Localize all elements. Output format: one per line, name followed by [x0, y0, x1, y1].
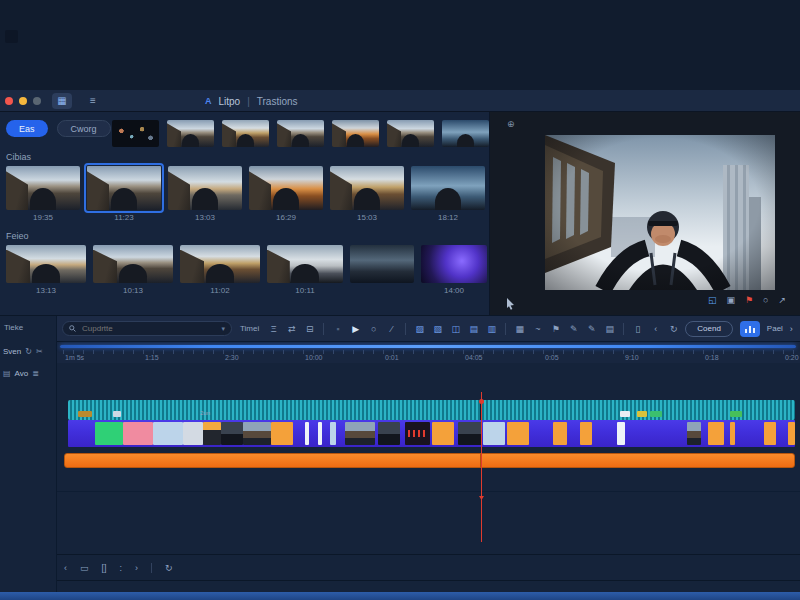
levels-icon[interactable]: ≣ — [32, 369, 39, 378]
media-thumbnail[interactable] — [168, 166, 242, 210]
media-thumbnail[interactable] — [332, 120, 379, 147]
refresh-icon[interactable]: ↻ — [165, 563, 173, 573]
share-icon[interactable]: ↗ — [778, 295, 786, 305]
clip-segment[interactable] — [580, 422, 592, 445]
clip-segment[interactable] — [617, 422, 625, 445]
media-thumbnail[interactable] — [93, 245, 173, 283]
media-item[interactable]: 19:35 — [6, 166, 80, 222]
split-view-icon[interactable]: ▨ — [413, 324, 426, 334]
pen-icon[interactable]: ✎ — [567, 324, 580, 334]
badge-icon[interactable]: ▤ — [603, 324, 616, 334]
wave-icon[interactable]: ~ — [531, 324, 544, 334]
clip-segment[interactable] — [458, 422, 482, 445]
media-item[interactable]: 15:03 — [330, 166, 404, 222]
frame-icon[interactable]: ▭ — [80, 563, 89, 573]
maximize-window-icon[interactable] — [33, 97, 41, 105]
chevron-right-icon[interactable]: › — [790, 324, 793, 334]
clip-segment[interactable] — [318, 422, 322, 445]
close-window-icon[interactable] — [5, 97, 13, 105]
list-tool-icon[interactable]: Ξ — [267, 324, 280, 334]
clip-segment[interactable] — [553, 422, 567, 445]
media-thumbnail[interactable] — [267, 245, 343, 283]
media-item[interactable]: 11:23 — [87, 166, 161, 222]
marker-pen-icon[interactable]: ✎ — [585, 324, 598, 334]
media-panel-icon[interactable]: ▦ — [52, 93, 72, 109]
clip-segment[interactable] — [432, 422, 454, 445]
search-input[interactable] — [80, 323, 217, 334]
search-dropdown-icon[interactable]: ▾ — [221, 325, 225, 333]
media-item[interactable]: 10:11 — [267, 245, 343, 295]
media-item[interactable]: 14:00 — [421, 245, 487, 295]
columns-view-icon[interactable]: ▥ — [485, 324, 498, 334]
device-icon[interactable]: ▯ — [631, 324, 644, 334]
media-thumbnail[interactable] — [222, 120, 269, 147]
clip-segment[interactable] — [221, 422, 243, 445]
clip-segment[interactable] — [730, 422, 735, 445]
media-thumbnail[interactable] — [442, 120, 489, 147]
clip-segment[interactable] — [687, 422, 701, 445]
media-thumbnail[interactable] — [387, 120, 434, 147]
undo-icon[interactable]: ‹ — [649, 324, 662, 334]
export-button[interactable]: Coend — [685, 321, 733, 337]
fit-screen-icon[interactable]: ◱ — [708, 295, 717, 305]
audio-track-header[interactable]: ▤ Avo ≣ — [3, 369, 39, 378]
clip-segment[interactable] — [123, 422, 153, 445]
mode-label[interactable]: Pael — [767, 324, 783, 333]
timeline-ruler[interactable]: 1m 5s1:152:3010:000:0104:050:059:100:180… — [57, 342, 800, 363]
stop-icon[interactable]: ▪ — [331, 324, 344, 334]
hamburger-menu-icon[interactable]: ≡ — [83, 93, 103, 109]
media-item[interactable]: 10:13 — [93, 245, 173, 295]
clip-segment[interactable] — [764, 422, 776, 445]
clip-segment[interactable] — [243, 422, 271, 445]
dots-icon[interactable]: : — [120, 563, 123, 573]
dual-panel-icon[interactable]: ◫ — [449, 324, 462, 334]
media-thumbnail[interactable] — [87, 166, 161, 210]
media-thumbnail[interactable] — [411, 166, 485, 210]
media-item[interactable] — [350, 245, 414, 295]
swap-tool-icon[interactable]: ⇄ — [285, 324, 298, 334]
scroll-right-icon[interactable]: › — [135, 563, 138, 573]
audio-track-clip[interactable] — [64, 453, 795, 468]
search-box[interactable]: ▾ — [62, 321, 232, 336]
keyboard-icon[interactable]: ▦ — [513, 324, 526, 334]
clip-segment[interactable] — [153, 422, 183, 445]
clip-segment[interactable] — [405, 422, 430, 445]
tab-secondary[interactable]: Cworg — [57, 120, 111, 137]
clip-segment[interactable] — [788, 422, 795, 445]
playhead[interactable] — [481, 392, 482, 542]
scissors-icon[interactable]: ✂ — [36, 347, 43, 356]
levels-button[interactable] — [740, 321, 760, 337]
menu-item-1[interactable]: Litpo — [219, 96, 241, 107]
media-thumbnail[interactable] — [330, 166, 404, 210]
media-thumbnail[interactable] — [249, 166, 323, 210]
media-thumbnail[interactable] — [421, 245, 487, 283]
desktop-icon[interactable] — [5, 30, 18, 43]
rows-view-icon[interactable]: ▤ — [467, 324, 480, 334]
menu-item-2[interactable]: Trastions — [257, 96, 298, 107]
media-thumbnail[interactable] — [350, 245, 414, 283]
clip-segment[interactable] — [271, 422, 293, 445]
media-thumbnail[interactable] — [167, 120, 214, 147]
clip-segment[interactable] — [507, 422, 529, 445]
media-thumbnail[interactable] — [6, 166, 80, 210]
flag-tool-icon[interactable]: ⚑ — [549, 324, 562, 334]
media-thumbnail[interactable] — [180, 245, 260, 283]
media-item[interactable]: 11:02 — [180, 245, 260, 295]
brackets-icon[interactable]: [] — [102, 563, 107, 573]
loop-icon[interactable]: ↻ — [25, 347, 32, 356]
scroll-left-icon[interactable]: ‹ — [64, 563, 67, 573]
clip-segment[interactable] — [305, 422, 309, 445]
tab-primary[interactable]: Eas — [6, 120, 48, 137]
media-item[interactable]: 16:29 — [249, 166, 323, 222]
media-item[interactable]: 13:13 — [6, 245, 86, 295]
play-icon[interactable]: ▶ — [349, 324, 362, 334]
zoom-level-icon[interactable]: ○ — [763, 295, 768, 305]
redo-icon[interactable]: ↻ — [667, 324, 680, 334]
preview-video[interactable] — [545, 135, 775, 290]
media-thumbnail[interactable] — [277, 120, 324, 147]
clip-segment[interactable] — [483, 422, 505, 445]
clip-segment[interactable] — [378, 422, 400, 445]
marker-icon[interactable]: ⚑ — [745, 295, 753, 305]
minimize-window-icon[interactable] — [19, 97, 27, 105]
clip-segment[interactable] — [95, 422, 123, 445]
